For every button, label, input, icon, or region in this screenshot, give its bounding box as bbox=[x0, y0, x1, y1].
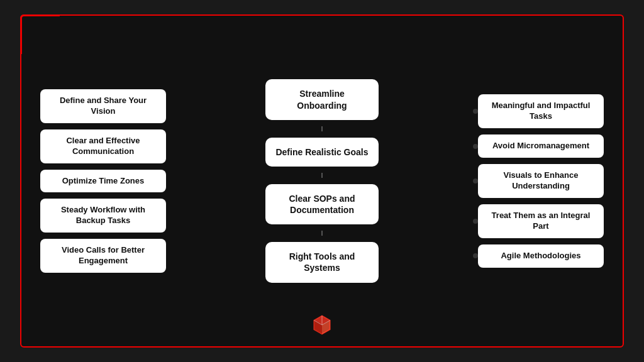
left-card-clear-comm: Clear and Effective Communication bbox=[40, 129, 166, 163]
left-card-video-calls: Video Calls for Better Engagement bbox=[40, 239, 166, 273]
right-card-wrapper: Agile Methodologies bbox=[478, 244, 604, 268]
center-card-clear-sops: Clear SOPs and Documentation bbox=[265, 184, 379, 224]
center-column: Streamline OnboardingDefine Realistic Go… bbox=[265, 79, 379, 282]
right-card-avoid-micro: Avoid Micromanagement bbox=[478, 134, 604, 158]
right-card-wrapper: Meaningful and Impactful Tasks bbox=[478, 94, 604, 128]
bullet-dot bbox=[473, 253, 478, 258]
left-card-steady-wf: Steady Workflow with Backup Tasks bbox=[40, 199, 166, 233]
bullet-dot bbox=[473, 178, 478, 184]
right-card-agile: Agile Methodologies bbox=[478, 244, 604, 268]
right-card-wrapper: Treat Them as an Integral Part bbox=[478, 204, 604, 238]
right-card-treat-them: Treat Them as an Integral Part bbox=[478, 204, 604, 238]
center-card-define-goals: Define Realistic Goals bbox=[265, 138, 379, 167]
center-card-right-tools: Right Tools and Systems bbox=[265, 242, 379, 282]
left-column: Define and Share Your VisionClear and Ef… bbox=[40, 89, 166, 273]
brand-logo bbox=[311, 314, 333, 336]
bullet-dot bbox=[473, 109, 478, 114]
connector-line bbox=[321, 173, 323, 178]
connector-line bbox=[321, 231, 323, 236]
logo-container bbox=[311, 314, 333, 339]
right-column: Meaningful and Impactful TasksAvoid Micr… bbox=[478, 94, 604, 267]
right-card-wrapper: Visuals to Enhance Understanding bbox=[478, 164, 604, 198]
bullet-dot bbox=[473, 219, 478, 224]
left-card-optimize-tz: Optimize Time Zones bbox=[40, 170, 166, 193]
right-card-wrapper: Avoid Micromanagement bbox=[478, 134, 604, 158]
connector-line bbox=[321, 126, 323, 131]
left-card-define-share: Define and Share Your Vision bbox=[40, 89, 166, 123]
right-card-meaningful: Meaningful and Impactful Tasks bbox=[478, 94, 604, 128]
right-card-visuals: Visuals to Enhance Understanding bbox=[478, 164, 604, 198]
center-card-streamline: Streamline Onboarding bbox=[265, 79, 379, 119]
main-frame: Define and Share Your VisionClear and Ef… bbox=[20, 14, 624, 348]
bullet-dot bbox=[473, 144, 478, 149]
